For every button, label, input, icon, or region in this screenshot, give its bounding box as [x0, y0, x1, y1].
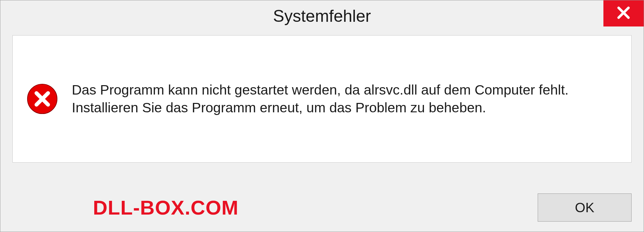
- watermark-text: DLL-BOX.COM: [93, 196, 238, 219]
- ok-button[interactable]: OK: [538, 193, 632, 222]
- dialog-titlebar: Systemfehler: [0, 0, 644, 32]
- dialog-footer: DLL-BOX.COM OK: [0, 193, 644, 222]
- error-icon: [26, 83, 58, 115]
- close-icon: [616, 5, 631, 21]
- dialog-title: Systemfehler: [273, 6, 371, 26]
- dialog-message: Das Programm kann nicht gestartet werden…: [72, 81, 618, 117]
- dialog-content: Das Programm kann nicht gestartet werden…: [12, 35, 632, 163]
- ok-button-label: OK: [575, 200, 594, 215]
- close-button[interactable]: [603, 0, 644, 26]
